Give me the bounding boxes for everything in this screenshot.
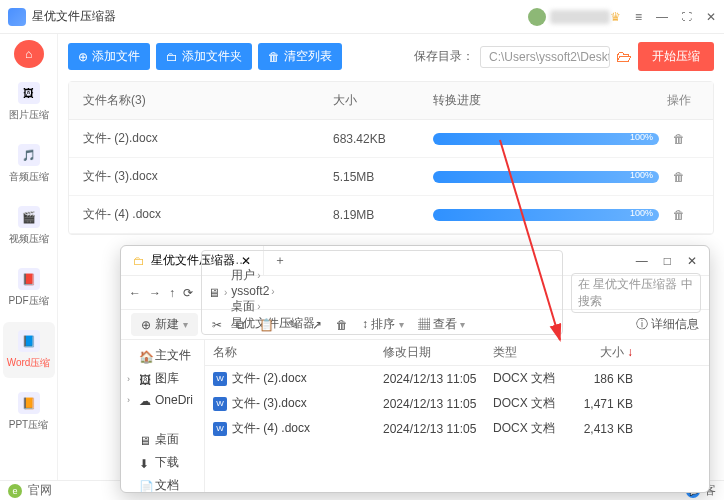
sidebar-item-word[interactable]: 📘 Word压缩 [3,322,55,378]
ex-maximize-icon[interactable]: □ [664,254,671,268]
ex-cell-date: 2024/12/13 11:05 [383,372,493,386]
new-button[interactable]: ⊕新建▾ [131,313,198,336]
sort-label: 排序 [371,317,395,331]
breadcrumb-seg[interactable]: yssoft2› [231,284,320,298]
cell-name: 文件- (2).docx [83,130,333,147]
ex-cell-date: 2024/12/13 11:05 [383,397,493,411]
docx-icon: W [213,397,227,411]
row-delete-icon[interactable]: 🗑 [659,132,699,146]
sidebar-item-ppt[interactable]: 📙 PPT压缩 [3,384,55,440]
progress-bar: 100% [433,133,659,145]
copy-icon[interactable]: ⧉ [236,318,245,332]
ex-cell-name: W文件- (2).docx [213,370,383,387]
breadcrumb-seg[interactable]: …› [231,253,320,267]
progress-bar: 100% [433,209,659,221]
explorer-side-item[interactable] [123,410,202,428]
sidebar-item-label: PPT压缩 [9,418,48,432]
side-icon: ☁ [139,394,151,406]
add-folder-button[interactable]: 🗀添加文件夹 [156,43,252,70]
ex-col-size[interactable]: 大小 ↓ [563,344,633,361]
col-name: 文件名称(3) [83,92,333,109]
plus-icon: ⊕ [78,50,88,64]
nav-refresh-icon[interactable]: ⟳ [183,286,193,300]
table-row[interactable]: 文件- (4) .docx8.19MB100%🗑 [69,196,713,234]
explorer-sidebar: 🏠主文件›🖼图库›☁OneDri🖥桌面⬇下载📄文档🖼图片 [121,340,205,492]
ex-cell-name: W文件- (3).docx [213,395,383,412]
new-label: 新建 [155,316,179,333]
side-icon: 📄 [139,480,151,492]
add-file-button[interactable]: ⊕添加文件 [68,43,150,70]
sidebar-item-pdf[interactable]: 📕 PDF压缩 [3,260,55,316]
explorer-side-item[interactable]: ›🖼图库 [123,367,202,390]
explorer-side-item[interactable]: 🏠主文件 [123,344,202,367]
avatar[interactable] [528,8,546,26]
save-dir-label: 保存目录： [414,48,474,65]
ex-col-name[interactable]: 名称 [213,344,383,361]
explorer-row[interactable]: W文件- (4) .docx2024/12/13 11:05DOCX 文档2,4… [205,416,709,441]
explorer-search[interactable]: 在 星优文件压缩器 中搜索 [571,273,701,313]
ex-minimize-icon[interactable]: — [636,254,648,268]
breadcrumb-seg[interactable]: 用户› [231,267,320,284]
ex-cell-size: 2,413 KB [563,422,633,436]
vip-icon[interactable]: ♛ [610,10,621,24]
nav-back-icon[interactable]: ← [129,286,141,300]
explorer-row[interactable]: W文件- (2).docx2024/12/13 11:05DOCX 文档186 … [205,366,709,391]
ex-cell-size: 1,471 KB [563,397,633,411]
sidebar-item-image[interactable]: 🖼 图片压缩 [3,74,55,130]
sidebar-home[interactable]: ⌂ [14,40,44,68]
sidebar-item-audio[interactable]: 🎵 音频压缩 [3,136,55,192]
side-icon: ⬇ [139,457,151,469]
sidebar-item-label: PDF压缩 [9,294,49,308]
minimize-icon[interactable]: — [656,10,668,24]
progress-pct: 100% [630,170,653,180]
sort-button[interactable]: ↕ 排序 ▾ [362,316,404,333]
side-label: 文档 [155,477,179,492]
view-button[interactable]: ▦ 查看 ▾ [418,316,466,333]
nav-forward-icon[interactable]: → [149,286,161,300]
crumb-label: 用户 [231,267,255,284]
ppt-icon: 📙 [18,392,40,414]
table-row[interactable]: 文件- (3).docx5.15MB100%🗑 [69,158,713,196]
row-delete-icon[interactable]: 🗑 [659,170,699,184]
sidebar-item-video[interactable]: 🎬 视频压缩 [3,198,55,254]
cell-progress: 100% [433,133,659,145]
ex-col-type[interactable]: 类型 [493,344,563,361]
menu-icon[interactable]: ≡ [635,10,642,24]
sort-icon: ↕ [362,317,368,331]
side-label: 下载 [155,454,179,471]
chevron-right-icon: › [245,255,248,266]
ex-col-date[interactable]: 修改日期 [383,344,493,361]
close-icon[interactable]: ✕ [706,10,716,24]
table-row[interactable]: 文件- (2).docx683.42KB100%🗑 [69,120,713,158]
video-icon: 🎬 [18,206,40,228]
ex-cell-date: 2024/12/13 11:05 [383,422,493,436]
side-icon: 🖼 [139,373,151,385]
open-folder-icon[interactable]: 🗁 [616,48,632,66]
delete-icon[interactable]: 🗑 [336,318,348,332]
rename-icon[interactable]: ✎ [288,318,298,332]
start-compress-button[interactable]: 开始压缩 [638,42,714,71]
site-label[interactable]: 官网 [28,482,52,499]
explorer-side-item[interactable]: 🖥桌面 [123,428,202,451]
save-dir-path[interactable]: C:\Users\yssoft2\Desktop\ [480,46,610,68]
chevron-right-icon: › [257,270,260,281]
cell-name: 文件- (3).docx [83,168,333,185]
details-button[interactable]: ⓘ 详细信息 [636,316,699,333]
explorer-side-item[interactable]: 📄文档 [123,474,202,492]
explorer-row[interactable]: W文件- (3).docx2024/12/13 11:05DOCX 文档1,47… [205,391,709,416]
side-label: 主文件 [155,347,191,364]
cell-size: 683.42KB [333,132,433,146]
explorer-toolbar: ⊕新建▾ ✂ ⧉ 📋 ✎ ↗ 🗑 ↕ 排序 ▾ ▦ 查看 ▾ ⓘ 详细信息 [121,310,709,340]
clear-list-button[interactable]: 🗑清空列表 [258,43,342,70]
maximize-icon[interactable]: ⛶ [682,11,692,22]
paste-icon[interactable]: 📋 [259,318,274,332]
site-icon[interactable]: e [8,484,22,498]
nav-up-icon[interactable]: ↑ [169,286,175,300]
cut-icon[interactable]: ✂ [212,318,222,332]
explorer-side-item[interactable]: ›☁OneDri [123,390,202,410]
explorer-window: 🗀 星优文件压缩器 ✕ ＋ — □ ✕ ← → ↑ ⟳ 🖥› …›用户›ysso… [120,245,710,493]
ex-close-icon[interactable]: ✕ [687,254,697,268]
row-delete-icon[interactable]: 🗑 [659,208,699,222]
share-icon[interactable]: ↗ [312,318,322,332]
explorer-side-item[interactable]: ⬇下载 [123,451,202,474]
